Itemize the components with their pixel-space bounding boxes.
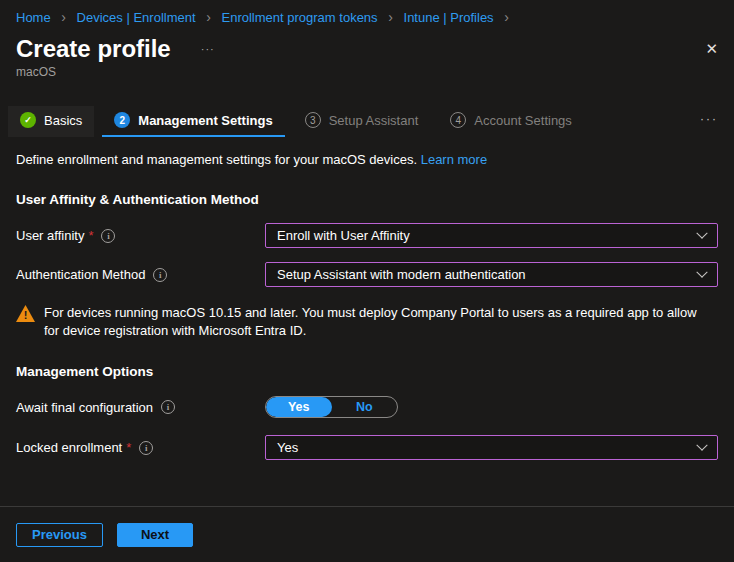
user-affinity-value: Enroll with User Affinity [277,228,410,243]
step-3-circle-icon: 3 [305,112,321,128]
locked-enrollment-label-group: Locked enrollment * i [16,440,265,455]
tab-basics-label: Basics [44,113,82,128]
wizard-steps: ✓ Basics 2 Management Settings 3 Setup A… [0,106,734,137]
chevron-down-icon [696,266,707,277]
required-asterisk: * [126,440,131,455]
check-circle-icon: ✓ [20,112,36,128]
breadcrumb-link-enrollment-program-tokens[interactable]: Enrollment program tokens [222,10,378,25]
section-title-management-options: Management Options [0,364,734,379]
previous-button[interactable]: Previous [16,523,103,547]
chevron-right-icon: › [206,9,211,25]
page-title: Create profile [16,34,171,64]
form-row-authentication-method: Authentication Method i Setup Assistant … [0,262,734,287]
required-asterisk: * [88,228,93,243]
tab-setup-assistant-label: Setup Assistant [329,113,419,128]
breadcrumb-link-intune-profiles[interactable]: Intune | Profiles [404,10,494,25]
info-icon[interactable]: i [139,441,153,455]
breadcrumb-link-home[interactable]: Home [16,10,51,25]
info-icon[interactable]: i [153,268,167,282]
wizard-footer: Previous Next [0,506,734,562]
chevron-down-icon [696,227,707,238]
form-row-locked-enrollment: Locked enrollment * i Yes [0,435,734,460]
user-affinity-dropdown[interactable]: Enroll with User Affinity [265,223,718,248]
chevron-down-icon [696,439,707,450]
create-profile-pane: Home › Devices | Enrollment › Enrollment… [0,0,734,562]
warning-banner: ! For devices running macOS 10.15 and la… [0,304,734,339]
locked-enrollment-value: Yes [277,440,298,455]
next-button[interactable]: Next [117,523,193,547]
await-final-configuration-toggle[interactable]: Yes No [265,396,398,418]
page-subtitle: macOS [0,65,734,79]
steps-overflow-button[interactable]: ··· [700,112,718,132]
await-final-configuration-label: Await final configuration [16,400,153,415]
tab-setup-assistant[interactable]: 3 Setup Assistant [293,106,431,137]
locked-enrollment-label: Locked enrollment [16,440,122,455]
header: Create profile ··· ✕ [0,34,734,64]
await-final-configuration-label-group: Await final configuration i [16,400,265,415]
form-row-await-final-configuration: Await final configuration i Yes No [0,396,734,418]
user-affinity-label-group: User affinity * i [16,228,265,243]
breadcrumb-link-devices-enrollment[interactable]: Devices | Enrollment [77,10,196,25]
toggle-yes-option[interactable]: Yes [266,397,332,417]
chevron-right-icon: › [504,9,509,25]
tab-basics[interactable]: ✓ Basics [8,106,94,137]
chevron-right-icon: › [61,9,66,25]
close-icon[interactable]: ✕ [705,41,718,57]
tab-management-settings[interactable]: 2 Management Settings [102,106,284,137]
chevron-right-icon: › [388,9,393,25]
authentication-method-dropdown[interactable]: Setup Assistant with modern authenticati… [265,262,718,287]
learn-more-link[interactable]: Learn more [421,152,487,167]
page-description: Define enrollment and management setting… [0,152,734,167]
form-row-user-affinity: User affinity * i Enroll with User Affin… [0,223,734,248]
info-icon[interactable]: i [101,229,115,243]
authentication-method-label: Authentication Method [16,267,145,282]
step-4-circle-icon: 4 [450,112,466,128]
toggle-no-option[interactable]: No [332,397,398,417]
user-affinity-label: User affinity [16,228,84,243]
info-icon[interactable]: i [161,400,175,414]
tab-account-settings-label: Account Settings [474,113,572,128]
tab-account-settings[interactable]: 4 Account Settings [438,106,584,137]
authentication-method-value: Setup Assistant with modern authenticati… [277,267,526,282]
tab-management-settings-label: Management Settings [138,113,272,128]
title-more-button[interactable]: ··· [201,43,215,55]
description-text: Define enrollment and management setting… [16,152,417,167]
warning-icon: ! [16,305,35,322]
section-title-user-affinity: User Affinity & Authentication Method [0,192,734,207]
step-2-circle-icon: 2 [114,112,130,128]
warning-text: For devices running macOS 10.15 and late… [44,304,712,339]
locked-enrollment-dropdown[interactable]: Yes [265,435,718,460]
breadcrumb: Home › Devices | Enrollment › Enrollment… [0,0,734,25]
authentication-method-label-group: Authentication Method i [16,267,265,282]
